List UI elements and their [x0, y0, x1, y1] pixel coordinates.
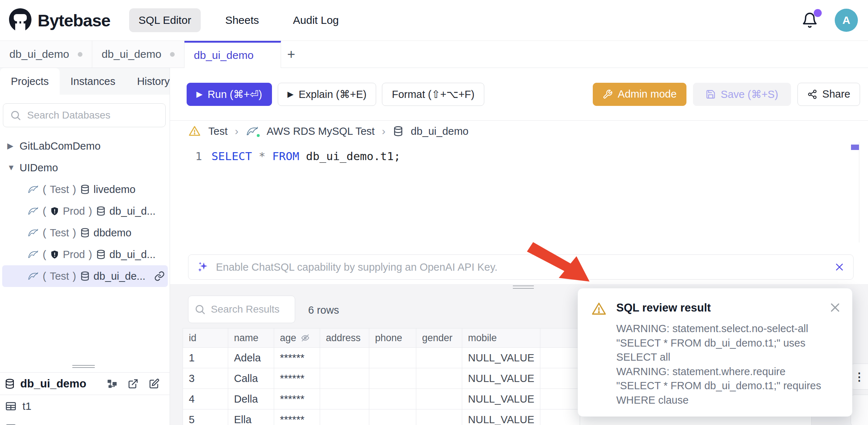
format-button[interactable]: Format (⇧+⌥+F) [382, 83, 484, 106]
edit-icon[interactable] [149, 378, 159, 389]
sidebar-tab-instances[interactable]: Instances [60, 68, 126, 95]
sidebar-tab-projects[interactable]: Projects [0, 68, 60, 95]
table-item-t1[interactable]: t1 [0, 395, 170, 417]
sql-editor[interactable]: 1SELECT * FROM db_ui_demo.t1; [170, 142, 868, 248]
sql-table-ref: db_ui_demo.t1; [306, 150, 400, 163]
project-gitlabcomdemo[interactable]: ▶ GitLabComDemo [0, 135, 170, 157]
results-edge-button[interactable] [851, 395, 868, 425]
review-line: SELECT all [616, 350, 838, 365]
database-icon [80, 184, 90, 195]
query-tab-1[interactable]: db_ui_demo [0, 41, 92, 68]
database-icon [393, 125, 404, 137]
banner-close-icon[interactable] [834, 262, 844, 272]
col-age-label: age [280, 332, 296, 344]
db-name: db_ui_de... [94, 270, 146, 282]
breadcrumb-instance[interactable]: AWS RDS MySQL Test [267, 125, 375, 137]
share-icon [807, 89, 817, 99]
sql-star: * [259, 150, 265, 163]
database-icon [96, 206, 106, 216]
bytebase-sql-editor: Bytebase SQL Editor Sheets Audit Log A d… [0, 0, 868, 425]
notification-bell-icon[interactable] [801, 12, 818, 29]
mysql-dolphin-icon [27, 206, 39, 216]
schema-diagram-icon[interactable] [107, 378, 118, 389]
env-close: ) [89, 205, 92, 217]
chevron-right-icon: › [235, 125, 238, 137]
chevron-right-icon: ▶ [7, 141, 14, 151]
col-address[interactable]: address [320, 329, 369, 348]
chevron-down-icon: ▼ [7, 163, 14, 172]
save-button[interactable]: Save (⌘+S) [693, 83, 791, 106]
nav-sql-editor[interactable]: SQL Editor [129, 8, 201, 32]
warning-icon [188, 125, 201, 137]
query-tab-strip: db_ui_demo db_ui_demo db_ui_demo + [0, 40, 868, 68]
results-more-button[interactable]: ⋮ [851, 364, 868, 390]
avatar[interactable]: A [835, 9, 858, 32]
tab-status-dot [170, 52, 175, 57]
db-row-prod-2[interactable]: ( Prod ) db_ui_d... [0, 244, 170, 265]
line-number: 1 [195, 150, 202, 163]
run-button[interactable]: ▶ Run (⌘+⏎) [187, 83, 272, 106]
new-tab-button[interactable]: + [281, 41, 301, 68]
db-row-dbdemo[interactable]: ( Test ) dbdemo [0, 222, 170, 244]
database-icon [4, 378, 15, 390]
table-name: t1 [22, 400, 31, 412]
database-icon [80, 227, 90, 238]
admin-mode-button[interactable]: Admin mode [593, 83, 686, 106]
nav-audit-log[interactable]: Audit Log [284, 8, 348, 32]
project-uidemo[interactable]: ▼ UIDemo [0, 157, 170, 179]
sql-code-line: 1SELECT * FROM db_ui_demo.t1; [195, 150, 400, 163]
search-icon [194, 304, 206, 315]
col-mobile[interactable]: mobile [462, 329, 540, 348]
col-id[interactable]: id [183, 329, 228, 348]
sidebar-tabs: Projects Instances History [0, 68, 170, 95]
chatsql-banner[interactable]: Enable ChatSQL capability by supplying a… [188, 254, 854, 280]
link-icon [154, 271, 165, 282]
external-link-icon[interactable] [128, 378, 139, 389]
env-open: ( [43, 270, 46, 282]
search-icon [10, 110, 21, 121]
wrench-icon [603, 89, 613, 99]
env-close: ) [73, 227, 76, 239]
save-icon [706, 89, 716, 99]
chevron-right-icon: › [382, 125, 386, 137]
sidebar-horizontal-splitter[interactable] [72, 365, 95, 369]
review-line: WARNING: statement.select.no-select-all [616, 322, 838, 336]
query-tab-label: db_ui_demo [102, 48, 161, 60]
search-placeholder: Search Databases [27, 110, 110, 121]
breadcrumb-database[interactable]: db_ui_demo [411, 125, 469, 137]
mysql-dolphin-icon [27, 271, 39, 282]
nav-sheets[interactable]: Sheets [216, 8, 268, 32]
col-age[interactable]: age [274, 329, 320, 348]
search-results-input[interactable]: Search Results [188, 296, 295, 323]
share-button[interactable]: Share [797, 83, 860, 106]
search-databases-input[interactable]: Search Databases [3, 103, 166, 127]
col-phone[interactable]: phone [369, 329, 416, 348]
project-label: GitLabComDemo [20, 140, 101, 152]
env-label: Test [50, 270, 69, 282]
query-tab-label: db_ui_demo [9, 48, 69, 60]
env-open: ( [43, 205, 46, 217]
schema-panel: db_ui_demo [0, 372, 170, 425]
db-name: db_ui_d... [110, 249, 156, 261]
breadcrumb-environment[interactable]: Test [208, 125, 227, 137]
env-label: Prod [63, 205, 85, 217]
env-open: ( [43, 249, 46, 261]
status-online-dot [256, 133, 261, 138]
explain-button[interactable]: ▶ Explain (⌘+E) [278, 83, 376, 106]
table-item-t2[interactable]: t2 [0, 417, 170, 425]
col-name[interactable]: name [228, 329, 274, 348]
query-tab-2[interactable]: db_ui_demo [92, 41, 184, 68]
editor-overview-ruler[interactable] [859, 142, 859, 242]
format-label: Format (⇧+⌥+F) [392, 88, 475, 100]
col-gender[interactable]: gender [416, 329, 462, 348]
database-icon [80, 271, 90, 282]
db-row-prod-1[interactable]: ( Prod ) db_ui_d... [0, 200, 170, 222]
popup-close-icon[interactable] [829, 301, 841, 314]
db-row-livedemo[interactable]: ( Test ) livedemo [0, 179, 170, 200]
db-row-selected[interactable]: ( Test ) db_ui_de... [2, 265, 168, 287]
project-label: UIDemo [20, 162, 58, 174]
review-line: WHERE clause [616, 393, 838, 408]
brand-logo[interactable]: Bytebase [8, 8, 110, 33]
env-close: ) [89, 249, 92, 261]
query-tab-3-active[interactable]: db_ui_demo [184, 41, 281, 68]
